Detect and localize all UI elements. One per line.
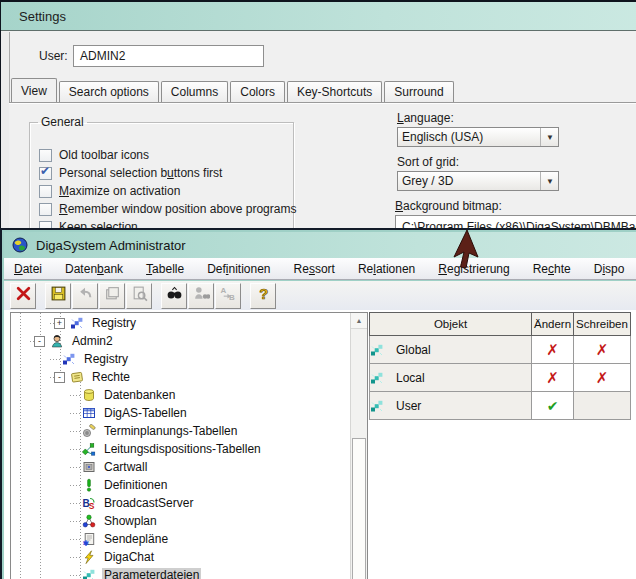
database-icon [82, 388, 96, 402]
tree-item-digachat[interactable]: DigaChat [11, 548, 349, 566]
tree-item-sendepl-ne[interactable]: ✱Sendepläne [11, 530, 349, 548]
copy-button [99, 283, 125, 309]
menu-ressort[interactable]: Ressort [294, 262, 335, 276]
delete-button[interactable] [10, 283, 36, 309]
menu-dispo[interactable]: Dispo [594, 262, 625, 276]
tree-item-cartwall[interactable]: Cartwall [11, 458, 349, 476]
tree-item-datenbanken[interactable]: Datenbanken [11, 386, 349, 404]
replace-button: AB [215, 283, 241, 309]
object-label: User [396, 399, 421, 413]
parameter-brush-icon [82, 568, 96, 579]
tree-item-admin2[interactable]: -Admin2 [11, 332, 349, 350]
tree-item-parameterdateien[interactable]: Parameterdateien [11, 566, 349, 579]
checkbox[interactable] [39, 185, 52, 198]
object-cell[interactable]: Local [370, 364, 532, 392]
column-header-schreiben[interactable]: Schreiben [574, 313, 631, 336]
cross-icon: ✗ [546, 369, 559, 386]
collapse-icon[interactable]: - [54, 372, 65, 383]
check-icon: ✔ [40, 164, 50, 178]
checkbox[interactable] [39, 149, 52, 162]
checkbox-row[interactable]: Remember window position above programs [39, 201, 296, 217]
settings-titlebar[interactable]: Settings [1, 2, 636, 31]
column-header-objekt[interactable]: Objekt [370, 313, 532, 336]
checkbox-row[interactable]: ✔Personal selection buttons first [39, 165, 222, 181]
tab-columns[interactable]: Columns [161, 81, 228, 102]
tree-item-label: Registry [90, 316, 138, 330]
checkbox[interactable]: ✔ [39, 167, 52, 180]
tree-item-showplan[interactable]: Showplan [11, 512, 349, 530]
settings-window: Settings User: ADMIN2 ViewSearch options… [0, 0, 636, 236]
object-label: Global [396, 343, 431, 357]
scrollbar-thumb[interactable] [352, 438, 366, 579]
tab-surround[interactable]: Surround [384, 81, 453, 102]
tree-vertical-scrollbar[interactable]: ▲ [350, 313, 367, 579]
tab-view[interactable]: View [11, 78, 57, 102]
registry-brush-icon [62, 352, 76, 366]
checkbox-row[interactable]: Maximize on activation [39, 183, 180, 199]
menu-relationen[interactable]: Relationen [358, 262, 415, 276]
tree-item-rechte[interactable]: -Rechte [11, 368, 349, 386]
permission-denied-cell: ✗ [574, 336, 631, 364]
tab-search-options[interactable]: Search options [59, 81, 159, 102]
general-group-label: General [38, 115, 87, 129]
save-icon [50, 285, 67, 306]
search-button[interactable] [161, 283, 187, 309]
menu-rechte[interactable]: Rechte [533, 262, 571, 276]
checkbox[interactable] [39, 203, 52, 216]
tree-item-leitungsdispositions-tabellen[interactable]: Leitungsdispositions-Tabellen [11, 440, 349, 458]
table-row[interactable]: Local✗✗ [370, 364, 631, 392]
admin-window: DigaSystem Administrator DateiDatenbankT… [0, 228, 636, 579]
parameter-brush-icon [370, 371, 384, 385]
checkbox-label: Personal selection buttons first [59, 166, 222, 180]
table-row[interactable]: User✔ [370, 392, 631, 420]
object-cell[interactable]: Global [370, 336, 532, 364]
tree-item-terminplanungs-tabellen[interactable]: Terminplanungs-Tabellen [11, 422, 349, 440]
tree-item-digas-tabellen[interactable]: DigAS-Tabellen [11, 404, 349, 422]
tree-item-label: Showplan [102, 514, 159, 528]
tree-item-broadcastserver[interactable]: BSBroadcastServer [11, 494, 349, 512]
column-header-ändern[interactable]: Ändern [532, 313, 574, 336]
user-label: User: [39, 49, 68, 63]
menu-definitionen[interactable]: Definitionen [207, 262, 270, 276]
tree-item-label: Leitungsdispositions-Tabellen [102, 442, 263, 456]
tree-item-registry[interactable]: +Registry [11, 314, 349, 332]
user-input[interactable]: ADMIN2 [73, 45, 264, 67]
screen: Settings User: ADMIN2 ViewSearch options… [0, 0, 636, 579]
table-row[interactable]: Global✗✗ [370, 336, 631, 364]
scroll-up-button[interactable]: ▲ [351, 313, 367, 329]
exclamation-icon [82, 478, 96, 492]
replace-icon: AB [220, 285, 237, 306]
tree-item-label: DigAS-Tabellen [102, 406, 189, 420]
admin-title: DigaSystem Administrator [36, 238, 186, 253]
tree-item-label: Parameterdateien [102, 568, 201, 579]
menu-datenbank[interactable]: Datenbank [65, 262, 123, 276]
menu-datei[interactable]: Datei [14, 262, 42, 276]
tab-colors[interactable]: Colors [230, 81, 285, 102]
object-cell[interactable]: User [370, 392, 532, 420]
tree-item-label: BroadcastServer [102, 496, 195, 510]
checkbox-label: Old toolbar icons [59, 148, 149, 162]
settings-tabs: ViewSearch optionsColumnsColorsKey-Short… [11, 78, 456, 102]
collapse-icon[interactable]: - [34, 336, 45, 347]
save-button[interactable] [45, 283, 71, 309]
svg-text:B: B [229, 293, 235, 302]
help-button[interactable]: ? [250, 283, 276, 309]
globe-icon [12, 237, 28, 253]
preview-button [126, 283, 152, 309]
checkbox-row[interactable]: Old toolbar icons [39, 147, 149, 163]
showplan-icon [82, 514, 96, 528]
tree-item-definitionen[interactable]: Definitionen [11, 476, 349, 494]
sort-of-grid-dropdown[interactable]: Grey / 3D ▼ [397, 171, 559, 191]
admin-titlebar[interactable]: DigaSystem Administrator [4, 232, 636, 258]
permission-empty-cell [574, 392, 631, 420]
expand-icon[interactable]: + [54, 318, 65, 329]
tree-item-registry[interactable]: Registry [11, 350, 349, 368]
cross-icon: ✗ [596, 369, 609, 386]
undo-icon [77, 285, 94, 306]
registry-brush-icon [70, 316, 84, 330]
background-bitmap-label: Background bitmap: [395, 199, 502, 213]
menu-tabelle[interactable]: Tabelle [146, 262, 184, 276]
mouse-cursor [448, 229, 482, 275]
language-dropdown[interactable]: Englisch (USA) ▼ [397, 127, 559, 147]
tab-key-shortcuts[interactable]: Key-Shortcuts [287, 81, 382, 102]
